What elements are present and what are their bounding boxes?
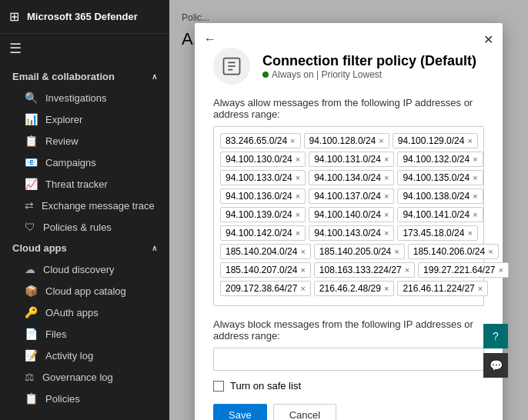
sidebar-item-cloud-discovery[interactable]: ☁ Cloud discovery xyxy=(0,258,169,280)
ip-tag-remove-icon[interactable]: × xyxy=(473,173,477,182)
ip-tags-row: 94.100.130.0/24×94.100.131.0/24×94.100.1… xyxy=(220,152,477,167)
sidebar-item-review[interactable]: 📋 Review xyxy=(0,130,169,152)
sidebar-item-investigations[interactable]: 🔍 Investigations xyxy=(0,87,169,108)
chat-icon-button[interactable]: 💬 xyxy=(483,353,508,378)
ip-tag: 94.100.128.0/24× xyxy=(304,133,389,148)
ip-tag-remove-icon[interactable]: × xyxy=(379,136,383,145)
ip-tag-remove-icon[interactable]: × xyxy=(384,173,389,182)
ip-tag-text: 185.140.204.0/24 xyxy=(226,246,297,257)
modal-policy-icon xyxy=(213,48,250,85)
block-ip-input[interactable] xyxy=(220,354,477,365)
sidebar-item-explorer[interactable]: 📊 Explorer xyxy=(0,108,169,130)
modal-overlay: ← ✕ Connection filter policy (Default) xyxy=(169,0,528,420)
sidebar-item-exchange-message-trace[interactable]: ⇄ Exchange message trace xyxy=(0,195,169,216)
ip-tag-remove-icon[interactable]: × xyxy=(473,192,477,201)
ip-tag-remove-icon[interactable]: × xyxy=(296,155,300,164)
policies-icon: 🛡 xyxy=(25,221,35,233)
modal-title-group: Connection filter policy (Default) Alway… xyxy=(262,53,476,80)
ip-tag-remove-icon[interactable]: × xyxy=(300,265,305,275)
ip-tag: 94.100.132.0/24× xyxy=(397,152,483,167)
campaigns-icon: 📧 xyxy=(25,156,38,168)
ip-tags-row: 94.100.133.0/24×94.100.134.0/24×94.100.1… xyxy=(220,170,477,185)
modal-header: Connection filter policy (Default) Alway… xyxy=(213,48,484,85)
ip-tag-remove-icon[interactable]: × xyxy=(384,210,389,219)
ip-tag-remove-icon[interactable]: × xyxy=(473,155,477,164)
sidebar-item-oauth[interactable]: 🔑 OAuth apps xyxy=(0,302,169,323)
sidebar-item-threat-tracker[interactable]: 📈 Threat tracker xyxy=(0,173,169,195)
sidebar-item-policies-rules[interactable]: 🛡 Policies & rules xyxy=(0,216,169,238)
ip-tag-remove-icon[interactable]: × xyxy=(300,247,305,256)
ip-tag: 94.100.136.0/24× xyxy=(220,188,306,204)
sidebar-item-threat-tracker-label: Threat tracker xyxy=(45,178,108,190)
sidebar-item-explorer-label: Explorer xyxy=(45,114,82,125)
sidebar-item-cloud-app-catalog[interactable]: 📦 Cloud app catalog xyxy=(0,280,169,302)
ip-tag-remove-icon[interactable]: × xyxy=(394,247,399,256)
ip-tag-remove-icon[interactable]: × xyxy=(467,228,472,238)
ip-tag: 94.100.137.0/24× xyxy=(309,188,394,204)
ip-tag-remove-icon[interactable]: × xyxy=(300,284,305,293)
allow-ip-tags-area[interactable]: 83.246.65.0/24×94.100.128.0/24×94.100.12… xyxy=(213,126,484,306)
ip-tag-remove-icon[interactable]: × xyxy=(384,155,389,164)
ip-tags-row: 94.100.139.0/24×94.100.140.0/24×94.100.1… xyxy=(220,207,477,222)
sidebar-item-campaigns[interactable]: 📧 Campaigns xyxy=(0,152,169,173)
sidebar-nav: Email & collaboration ∧ 🔍 Investigations… xyxy=(0,63,169,420)
ip-tag-remove-icon[interactable]: × xyxy=(296,228,300,238)
sidebar-item-governance-log[interactable]: ⚖ Governance log xyxy=(0,366,169,388)
chevron-up-icon: ∧ xyxy=(152,72,157,81)
ip-tag-text: 209.172.38.64/27 xyxy=(226,283,297,294)
sidebar-item-exchange-label: Exchange message trace xyxy=(42,200,155,212)
sidebar-item-activity-log[interactable]: 📝 Activity log xyxy=(0,345,169,366)
ip-tag: 216.46.2.48/29× xyxy=(314,281,395,296)
safelist-row: Turn on safe list xyxy=(213,380,484,392)
ip-tag-remove-icon[interactable]: × xyxy=(384,284,389,293)
ip-tag: 94.100.129.0/24× xyxy=(393,133,478,148)
sidebar-item-activity-label: Activity log xyxy=(45,350,93,362)
sidebar-item-oauth-label: OAuth apps xyxy=(45,307,99,318)
safelist-label: Turn on safe list xyxy=(230,380,301,392)
ip-tag-remove-icon[interactable]: × xyxy=(384,192,389,201)
ip-tag-remove-icon[interactable]: × xyxy=(473,210,477,219)
ip-tag-remove-icon[interactable]: × xyxy=(296,210,300,219)
ip-tag-remove-icon[interactable]: × xyxy=(296,173,300,182)
ip-tag-text: 185.140.206.0/24 xyxy=(413,246,485,257)
ip-tag-remove-icon[interactable]: × xyxy=(296,192,300,201)
safelist-checkbox[interactable] xyxy=(213,381,224,392)
oauth-icon: 🔑 xyxy=(25,306,38,318)
threat-tracker-icon: 📈 xyxy=(25,178,38,190)
help-icon-button[interactable]: ? xyxy=(483,324,508,348)
sidebar-section-cloud[interactable]: Cloud apps ∧ xyxy=(0,238,169,258)
cancel-button[interactable]: Cancel xyxy=(273,404,336,420)
ip-tag-text: 94.100.136.0/24 xyxy=(226,191,292,202)
sidebar-item-files[interactable]: 📄 Files xyxy=(0,323,169,345)
ip-tag: 94.100.135.0/24× xyxy=(397,170,483,185)
ip-tag-text: 94.100.128.0/24 xyxy=(309,135,376,146)
modal-close-button[interactable]: ✕ xyxy=(483,32,493,47)
ip-tag-text: 185.140.205.0/24 xyxy=(319,246,391,257)
sidebar-item-policies-label: Policies & rules xyxy=(43,222,112,233)
sidebar-item-policies[interactable]: 📋 Policies xyxy=(0,388,169,409)
policies2-icon: 📋 xyxy=(25,392,38,405)
sidebar-item-cloud-catalog-label: Cloud app catalog xyxy=(45,285,126,297)
modal-subtitle: Always on | Priority Lowest xyxy=(262,69,476,80)
cloud-discovery-icon: ☁ xyxy=(25,263,35,275)
connection-filter-modal: ← ✕ Connection filter policy (Default) xyxy=(195,23,503,420)
ip-tag-text: 94.100.140.0/24 xyxy=(314,209,381,220)
sidebar-menu-button[interactable]: ☰ xyxy=(0,34,169,63)
ip-tag: 185.140.206.0/24× xyxy=(408,244,499,259)
save-button[interactable]: Save xyxy=(213,404,267,420)
ip-tag: 173.45.18.0/24× xyxy=(397,225,478,241)
modal-back-button[interactable]: ← xyxy=(204,32,216,46)
ip-tag-remove-icon[interactable]: × xyxy=(405,265,409,275)
sidebar: ⊞ Microsoft 365 Defender ☰ Email & colla… xyxy=(0,0,169,420)
ip-tag: 94.100.139.0/24× xyxy=(220,207,306,222)
ip-tag-remove-icon[interactable]: × xyxy=(499,265,503,275)
block-ip-label: Always block messages from the following… xyxy=(213,318,484,342)
activity-log-icon: 📝 xyxy=(25,349,38,362)
sidebar-section-email[interactable]: Email & collaboration ∧ xyxy=(0,66,169,87)
action-buttons: Save Cancel xyxy=(213,404,484,420)
ip-tag-remove-icon[interactable]: × xyxy=(384,228,389,238)
ip-tag-remove-icon[interactable]: × xyxy=(488,247,493,256)
ip-tag-remove-icon[interactable]: × xyxy=(478,284,483,293)
ip-tag-remove-icon[interactable]: × xyxy=(467,136,472,145)
ip-tag-remove-icon[interactable]: × xyxy=(290,136,295,145)
